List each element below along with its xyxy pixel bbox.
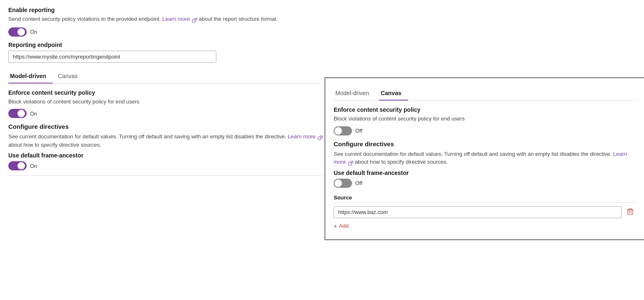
right-frame-ancestor-toggle-label: Off bbox=[355, 180, 362, 186]
right-tabs-bar: Model-driven Canvas bbox=[334, 86, 636, 101]
left-enforce-desc: Block violations of content security pol… bbox=[8, 98, 324, 106]
right-frame-ancestor-toggle-knob bbox=[334, 180, 342, 187]
delete-source-button[interactable] bbox=[625, 207, 636, 217]
right-configure-desc-before: See current documentation for default va… bbox=[334, 151, 612, 157]
ext-link-icon-2 bbox=[318, 135, 323, 140]
right-enforce-title: Enforce content security policy bbox=[334, 106, 636, 113]
right-configure-title: Configure directives bbox=[334, 140, 636, 148]
left-enforce-toggle-knob bbox=[17, 110, 25, 117]
main-container: Enable reporting Send content security p… bbox=[8, 7, 636, 176]
left-enforce-toggle-wrap: On bbox=[8, 109, 324, 118]
enable-reporting-toggle-knob bbox=[17, 28, 25, 36]
left-frame-ancestor-toggle[interactable] bbox=[8, 161, 27, 170]
enable-reporting-desc-after: about the report structure format. bbox=[199, 16, 278, 22]
enable-reporting-link[interactable]: Learn more bbox=[162, 16, 190, 22]
svg-rect-2 bbox=[318, 137, 321, 140]
left-enforce-title: Enforce content security policy bbox=[8, 89, 324, 96]
left-frame-ancestor-toggle-label: On bbox=[30, 163, 37, 169]
source-section: Source + Add bbox=[334, 194, 636, 231]
left-frame-ancestor-toggle-knob bbox=[17, 162, 25, 170]
right-enforce-toggle-wrap: Off bbox=[334, 126, 636, 135]
left-configure-desc-before: See current documentation for default va… bbox=[8, 133, 286, 140]
left-configure-link[interactable]: Learn more bbox=[288, 133, 315, 140]
right-enforce-desc: Block violations of content security pol… bbox=[334, 115, 636, 123]
svg-rect-0 bbox=[193, 19, 196, 22]
left-panel: Enable reporting Send content security p… bbox=[8, 7, 324, 176]
right-configure-desc-after: about how to specify directive sources. bbox=[355, 159, 448, 165]
source-input[interactable] bbox=[334, 206, 622, 218]
left-tabs-bar: Model-driven Canvas bbox=[8, 69, 324, 84]
left-frame-ancestor-toggle-wrap: On bbox=[8, 161, 324, 170]
right-configure-desc: See current documentation for default va… bbox=[334, 150, 636, 166]
enable-reporting-toggle[interactable] bbox=[8, 27, 27, 37]
reporting-endpoint-label: Reporting endpoint bbox=[8, 42, 324, 48]
trash-icon bbox=[627, 208, 634, 215]
right-panel: Model-driven Canvas Enforce content secu… bbox=[324, 77, 644, 240]
right-enforce-toggle-knob bbox=[334, 127, 342, 135]
enable-reporting-toggle-label: On bbox=[30, 29, 37, 35]
tab-model-driven-right[interactable]: Model-driven bbox=[334, 86, 376, 101]
add-source-button[interactable]: + Add bbox=[334, 221, 349, 231]
tab-canvas-left[interactable]: Canvas bbox=[56, 69, 84, 84]
left-configure-title: Configure directives bbox=[8, 123, 324, 130]
tab-model-driven-left[interactable]: Model-driven bbox=[8, 69, 53, 84]
left-enforce-toggle[interactable] bbox=[8, 109, 27, 118]
reporting-endpoint-input[interactable] bbox=[8, 51, 216, 63]
svg-rect-8 bbox=[629, 209, 632, 210]
right-frame-ancestor-toggle[interactable] bbox=[334, 179, 352, 188]
svg-rect-4 bbox=[349, 162, 352, 165]
ext-link-icon-1 bbox=[192, 17, 197, 22]
enable-reporting-desc: Send content security policy violations … bbox=[8, 15, 324, 23]
enable-reporting-title: Enable reporting bbox=[8, 7, 324, 13]
source-row bbox=[334, 206, 636, 218]
add-plus-icon: + bbox=[334, 222, 337, 229]
left-configure-desc-after: about how to specify directive sources. bbox=[8, 142, 101, 148]
left-configure-desc: See current documentation for default va… bbox=[8, 133, 324, 149]
right-frame-ancestor-title: Use default frame-ancestor bbox=[334, 170, 636, 176]
ext-link-icon-3 bbox=[348, 160, 353, 165]
left-frame-ancestor-title: Use default frame-ancestor bbox=[8, 152, 324, 159]
source-label: Source bbox=[334, 194, 636, 203]
right-enforce-toggle[interactable] bbox=[334, 126, 352, 135]
left-divider bbox=[8, 175, 324, 176]
right-frame-ancestor-toggle-wrap: Off bbox=[334, 179, 636, 188]
add-label: Add bbox=[339, 223, 349, 229]
left-enforce-toggle-label: On bbox=[30, 111, 37, 117]
svg-rect-6 bbox=[628, 210, 633, 214]
right-enforce-toggle-label: Off bbox=[355, 128, 362, 134]
enable-reporting-desc-before: Send content security policy violations … bbox=[8, 16, 161, 22]
tab-canvas-right[interactable]: Canvas bbox=[379, 86, 408, 101]
enable-reporting-toggle-wrap: On bbox=[8, 27, 324, 37]
